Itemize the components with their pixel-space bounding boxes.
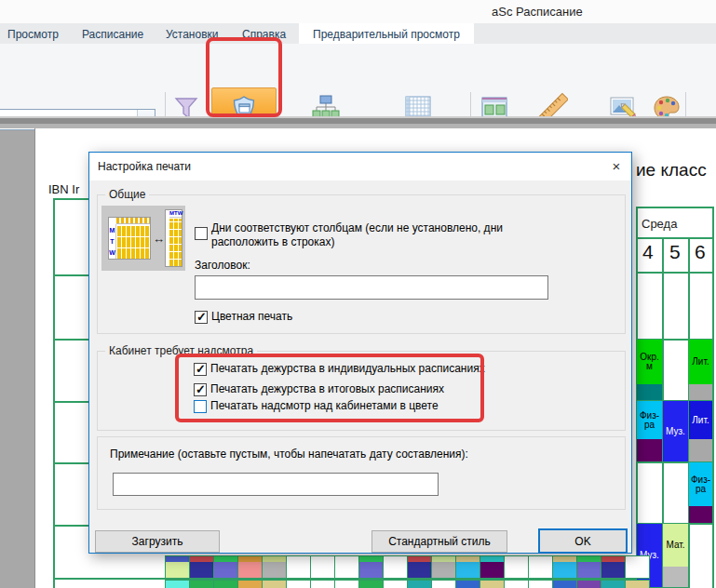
timetable-cell-partial — [383, 580, 408, 588]
timetable-cell — [286, 555, 311, 579]
timetable-cell-label: Муз. — [666, 427, 685, 436]
timetable-cell — [552, 555, 577, 579]
tab-help[interactable]: Справка — [242, 28, 286, 41]
timetable-cell-label: Физ-ра — [637, 411, 662, 430]
timetable-cell-partial — [601, 580, 626, 588]
dialog-title: Настройка печати — [98, 160, 191, 173]
ok-button[interactable]: OK — [538, 528, 628, 554]
timetable-cell-label: Окр. м — [637, 353, 662, 371]
standard-style-button[interactable]: Стандартный стиль — [372, 530, 507, 553]
note-label: Примечание (оставьте пустым, чтобы напеч… — [110, 448, 468, 461]
timetable-cell-partial — [455, 580, 480, 588]
timetable-cell — [601, 555, 626, 579]
ribbon-toolbar: сание классов ▼ Фильтр Общие настройки — [0, 44, 716, 116]
timetable-cell-strip — [553, 556, 576, 562]
period-number: 5 — [669, 241, 681, 263]
supervision-checkbox[interactable] — [194, 363, 207, 376]
note-input[interactable] — [113, 473, 439, 496]
timetable-cell-partial — [576, 580, 601, 588]
window-titlebar: aSc Расписание — [0, 0, 716, 23]
timetable-cell-partial — [504, 580, 529, 588]
timetable-cell-strip — [601, 556, 625, 562]
timetable-cell — [262, 555, 287, 579]
timetable-cell — [358, 555, 384, 579]
timetable-cell — [383, 555, 408, 579]
timetable-cell-strip — [577, 556, 601, 562]
period-number: 4 — [642, 241, 654, 263]
days-as-columns-icon: MTW — [165, 209, 182, 267]
timetable-cell-label: Лит. — [692, 357, 709, 367]
timetable-cell-strip — [637, 384, 662, 400]
timetable-cell-partial — [286, 580, 311, 588]
timetable-cell-label: Лит. — [692, 416, 709, 425]
timetable-cell-strip — [637, 439, 662, 461]
orientation-icon-panel: MTW ↔ MTW — [101, 206, 185, 271]
preview-heading-left: IBN Ir — [48, 182, 79, 196]
grid-line — [53, 462, 88, 464]
timetable-cell-strip — [689, 439, 712, 461]
timetable-cell: Физ-ра — [636, 400, 663, 462]
grid-line — [53, 198, 88, 200]
timetable-cell: Мат. — [662, 523, 689, 588]
grid-line — [53, 274, 88, 276]
supervision-checkbox-label: Печатать дежурства в итоговых расписания… — [210, 382, 444, 396]
supervision-checkbox[interactable] — [194, 400, 207, 413]
timetable-cell-strip — [456, 556, 480, 562]
timetable-cell-partial — [552, 580, 577, 588]
timetable-cell — [334, 555, 359, 579]
color-print-checkbox[interactable] — [195, 311, 208, 324]
timetable-cell — [504, 555, 529, 579]
load-button[interactable]: Загрузить — [95, 530, 220, 553]
day-header: Среда — [642, 217, 677, 231]
grid-line — [636, 237, 713, 239]
timetable-cell-partial — [334, 580, 359, 588]
timetable-cell — [528, 555, 553, 579]
header-input[interactable] — [195, 275, 548, 300]
timetable-cell-strip — [480, 556, 504, 562]
supervision-checkbox[interactable] — [194, 383, 207, 396]
timetable-cell-label: Физ-ра — [689, 475, 712, 494]
timetable-cell-strip — [663, 567, 688, 587]
grid-line — [636, 272, 713, 274]
timetable-cell-strip — [408, 556, 431, 562]
mini-calendar-letter: M — [109, 227, 115, 234]
timetable-cell — [455, 555, 480, 579]
days-as-columns-checkbox-label: Дни соответствуют столбцам (если не уста… — [211, 221, 535, 249]
group-supervision-title: Кабинет требует надсмотра — [105, 344, 257, 357]
timetable-cell — [431, 555, 456, 579]
timetable-cell — [189, 555, 214, 579]
timetable-cell-strip — [263, 556, 286, 562]
tab-print-preview[interactable]: Предварительный просмотр — [313, 28, 460, 41]
tab-view[interactable]: Просмотр — [7, 28, 59, 41]
timetable-cell-strip — [689, 384, 712, 400]
mini-calendar-letter: T — [109, 238, 115, 245]
window-title: aSc Расписание — [492, 5, 583, 19]
timetable-cell-partial — [528, 580, 553, 588]
timetable-cell-partial — [431, 580, 456, 588]
timetable-cell-strip — [166, 556, 189, 562]
timetable-cell: Муз. — [662, 400, 689, 462]
timetable-cell-partial — [237, 580, 263, 588]
timetable-cell: Лит. — [688, 339, 713, 401]
supervision-checkbox-label: Печатать надсмотр над кабинетами в цвете — [210, 399, 439, 413]
grid-line — [636, 207, 713, 208]
days-as-columns-checkbox[interactable] — [195, 227, 208, 240]
timetable-cell-partial — [407, 580, 432, 588]
close-icon[interactable]: × — [606, 156, 627, 177]
dialog-titlebar[interactable]: Настройка печати × — [89, 153, 631, 180]
timetable-cell-partial — [625, 580, 650, 588]
grid-line — [53, 401, 88, 403]
grid-line — [53, 198, 55, 588]
timetable-cell — [213, 555, 238, 579]
period-number: 6 — [695, 241, 706, 263]
supervision-checkbox-label: Печатать дежурства в индивидуальных расп… — [210, 362, 485, 376]
header-label: Заголовок: — [195, 259, 250, 272]
tab-timetable[interactable]: Расписание — [82, 28, 143, 41]
grid-line — [53, 339, 88, 341]
timetable-cell-strip — [432, 556, 455, 562]
tab-settings[interactable]: Установки — [166, 28, 218, 41]
print-setup-dialog: Настройка печати × Общие MTW ↔ MTW Дни с… — [88, 152, 632, 554]
days-as-rows-icon: MTW — [108, 217, 151, 260]
timetable-cell — [480, 555, 505, 579]
group-general-title: Общие — [105, 188, 149, 201]
